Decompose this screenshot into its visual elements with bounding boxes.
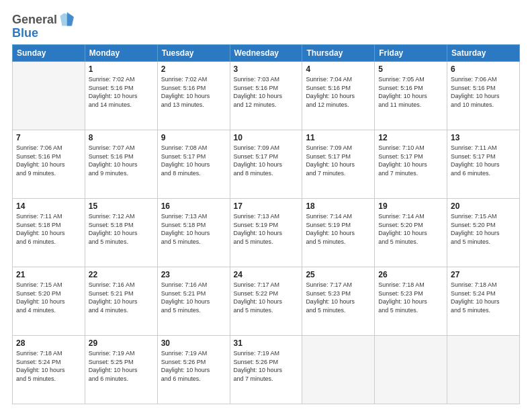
logo-icon [59, 12, 74, 27]
day-number: 14 [16, 201, 81, 211]
calendar-cell-w2d4: 18Sunrise: 7:14 AM Sunset: 5:19 PM Dayli… [302, 199, 375, 267]
day-info: Sunrise: 7:10 AM Sunset: 5:17 PM Dayligh… [378, 144, 443, 177]
day-info: Sunrise: 7:02 AM Sunset: 5:16 PM Dayligh… [89, 75, 154, 109]
calendar-cell-w2d0: 14Sunrise: 7:11 AM Sunset: 5:18 PM Dayli… [13, 199, 85, 267]
calendar-cell-w1d1: 8Sunrise: 7:07 AM Sunset: 5:16 PM Daylig… [85, 130, 157, 199]
day-number: 4 [306, 64, 371, 74]
calendar-cell-w4d6 [447, 336, 520, 404]
day-number: 22 [89, 270, 154, 279]
day-info: Sunrise: 7:11 AM Sunset: 5:17 PM Dayligh… [451, 144, 516, 177]
day-number: 26 [378, 270, 443, 279]
day-info: Sunrise: 7:13 AM Sunset: 5:18 PM Dayligh… [161, 212, 226, 246]
day-number: 11 [306, 133, 371, 142]
calendar-cell-w4d1: 29Sunrise: 7:19 AM Sunset: 5:25 PM Dayli… [85, 336, 157, 404]
day-info: Sunrise: 7:05 AM Sunset: 5:16 PM Dayligh… [378, 75, 443, 109]
calendar-cell-w1d5: 12Sunrise: 7:10 AM Sunset: 5:17 PM Dayli… [375, 130, 447, 199]
day-number: 5 [378, 64, 443, 74]
day-info: Sunrise: 7:15 AM Sunset: 5:20 PM Dayligh… [16, 281, 81, 314]
day-number: 18 [306, 201, 371, 211]
calendar-cell-w4d2: 30Sunrise: 7:19 AM Sunset: 5:26 PM Dayli… [157, 336, 230, 404]
calendar-header-tuesday: Tuesday [157, 45, 230, 62]
day-info: Sunrise: 7:17 AM Sunset: 5:23 PM Dayligh… [306, 281, 371, 314]
calendar-header-monday: Monday [85, 45, 157, 62]
day-info: Sunrise: 7:08 AM Sunset: 5:17 PM Dayligh… [161, 144, 226, 177]
day-number: 17 [234, 201, 299, 211]
calendar-cell-w3d0: 21Sunrise: 7:15 AM Sunset: 5:20 PM Dayli… [13, 267, 85, 336]
calendar-header-wednesday: Wednesday [230, 45, 302, 62]
calendar-cell-w0d2: 2Sunrise: 7:02 AM Sunset: 5:16 PM Daylig… [157, 62, 230, 130]
svg-marker-1 [67, 12, 74, 26]
day-info: Sunrise: 7:17 AM Sunset: 5:22 PM Dayligh… [234, 281, 299, 314]
calendar-cell-w1d0: 7Sunrise: 7:06 AM Sunset: 5:16 PM Daylig… [13, 130, 85, 199]
day-number: 19 [378, 201, 443, 211]
day-info: Sunrise: 7:06 AM Sunset: 5:16 PM Dayligh… [451, 75, 516, 109]
calendar-week-row-2: 14Sunrise: 7:11 AM Sunset: 5:18 PM Dayli… [13, 199, 520, 267]
day-info: Sunrise: 7:15 AM Sunset: 5:20 PM Dayligh… [451, 212, 516, 246]
calendar-cell-w3d2: 23Sunrise: 7:16 AM Sunset: 5:21 PM Dayli… [157, 267, 230, 336]
calendar-cell-w4d3: 31Sunrise: 7:19 AM Sunset: 5:26 PM Dayli… [230, 336, 302, 404]
calendar-cell-w3d1: 22Sunrise: 7:16 AM Sunset: 5:21 PM Dayli… [85, 267, 157, 336]
day-number: 9 [161, 133, 226, 142]
day-number: 3 [234, 64, 299, 74]
day-number: 27 [451, 270, 516, 279]
calendar-cell-w2d5: 19Sunrise: 7:14 AM Sunset: 5:20 PM Dayli… [375, 199, 447, 267]
day-number: 30 [161, 338, 226, 348]
calendar-cell-w0d0 [13, 62, 85, 130]
calendar-header-saturday: Saturday [447, 45, 520, 62]
day-info: Sunrise: 7:14 AM Sunset: 5:20 PM Dayligh… [378, 212, 443, 246]
day-info: Sunrise: 7:16 AM Sunset: 5:21 PM Dayligh… [161, 281, 226, 314]
calendar-header-row: SundayMondayTuesdayWednesdayThursdayFrid… [13, 45, 520, 62]
logo-general-text: General [12, 13, 57, 27]
calendar-cell-w2d3: 17Sunrise: 7:13 AM Sunset: 5:19 PM Dayli… [230, 199, 302, 267]
day-number: 29 [89, 338, 154, 348]
day-number: 10 [234, 133, 299, 142]
calendar-week-row-3: 21Sunrise: 7:15 AM Sunset: 5:20 PM Dayli… [13, 267, 520, 336]
day-number: 13 [451, 133, 516, 142]
day-info: Sunrise: 7:12 AM Sunset: 5:18 PM Dayligh… [89, 212, 154, 246]
calendar-cell-w0d5: 5Sunrise: 7:05 AM Sunset: 5:16 PM Daylig… [375, 62, 447, 130]
day-number: 7 [16, 133, 81, 142]
calendar-header-friday: Friday [375, 45, 447, 62]
calendar-cell-w3d3: 24Sunrise: 7:17 AM Sunset: 5:22 PM Dayli… [230, 267, 302, 336]
day-info: Sunrise: 7:07 AM Sunset: 5:16 PM Dayligh… [89, 144, 154, 177]
day-number: 24 [234, 270, 299, 279]
calendar-cell-w1d3: 10Sunrise: 7:09 AM Sunset: 5:17 PM Dayli… [230, 130, 302, 199]
day-number: 8 [89, 133, 154, 142]
calendar-cell-w4d4 [302, 336, 375, 404]
calendar-cell-w4d5 [375, 336, 447, 404]
day-number: 15 [89, 201, 154, 211]
calendar-cell-w3d5: 26Sunrise: 7:18 AM Sunset: 5:23 PM Dayli… [375, 267, 447, 336]
calendar-cell-w2d1: 15Sunrise: 7:12 AM Sunset: 5:18 PM Dayli… [85, 199, 157, 267]
page: General Blue SundayMondayTuesdayWednesda… [0, 0, 532, 411]
calendar-cell-w1d2: 9Sunrise: 7:08 AM Sunset: 5:17 PM Daylig… [157, 130, 230, 199]
day-info: Sunrise: 7:09 AM Sunset: 5:17 PM Dayligh… [234, 144, 299, 177]
header: General Blue [12, 12, 520, 39]
day-number: 12 [378, 133, 443, 142]
calendar-table: SundayMondayTuesdayWednesdayThursdayFrid… [12, 44, 520, 404]
calendar-cell-w4d0: 28Sunrise: 7:18 AM Sunset: 5:24 PM Dayli… [13, 336, 85, 404]
day-info: Sunrise: 7:02 AM Sunset: 5:16 PM Dayligh… [161, 75, 226, 109]
day-number: 20 [451, 201, 516, 211]
day-number: 25 [306, 270, 371, 279]
calendar-week-row-0: 1Sunrise: 7:02 AM Sunset: 5:16 PM Daylig… [13, 62, 520, 130]
day-number: 2 [161, 64, 226, 74]
day-info: Sunrise: 7:04 AM Sunset: 5:16 PM Dayligh… [306, 75, 371, 109]
day-info: Sunrise: 7:13 AM Sunset: 5:19 PM Dayligh… [234, 212, 299, 246]
day-info: Sunrise: 7:19 AM Sunset: 5:26 PM Dayligh… [161, 349, 226, 383]
day-info: Sunrise: 7:09 AM Sunset: 5:17 PM Dayligh… [306, 144, 371, 177]
calendar-week-row-4: 28Sunrise: 7:18 AM Sunset: 5:24 PM Dayli… [13, 336, 520, 404]
calendar-header-sunday: Sunday [13, 45, 85, 62]
calendar-week-row-1: 7Sunrise: 7:06 AM Sunset: 5:16 PM Daylig… [13, 130, 520, 199]
calendar-cell-w0d4: 4Sunrise: 7:04 AM Sunset: 5:16 PM Daylig… [302, 62, 375, 130]
calendar-cell-w1d6: 13Sunrise: 7:11 AM Sunset: 5:17 PM Dayli… [447, 130, 520, 199]
day-number: 28 [16, 338, 81, 348]
calendar-cell-w3d4: 25Sunrise: 7:17 AM Sunset: 5:23 PM Dayli… [302, 267, 375, 336]
calendar-cell-w1d4: 11Sunrise: 7:09 AM Sunset: 5:17 PM Dayli… [302, 130, 375, 199]
day-info: Sunrise: 7:19 AM Sunset: 5:25 PM Dayligh… [89, 349, 154, 383]
day-number: 6 [451, 64, 516, 74]
day-info: Sunrise: 7:19 AM Sunset: 5:26 PM Dayligh… [234, 349, 299, 383]
calendar-cell-w0d1: 1Sunrise: 7:02 AM Sunset: 5:16 PM Daylig… [85, 62, 157, 130]
day-number: 1 [89, 64, 154, 74]
day-number: 21 [16, 270, 81, 279]
day-info: Sunrise: 7:18 AM Sunset: 5:23 PM Dayligh… [378, 281, 443, 314]
